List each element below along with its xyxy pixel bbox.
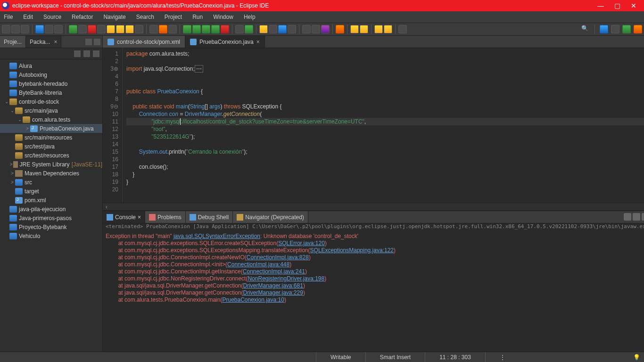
step-into-icon[interactable] [107,25,115,33]
open-type-icon[interactable] [259,25,268,33]
external-tools-icon[interactable] [221,25,229,33]
tree-item[interactable]: ⌄control-de-stock [0,97,102,106]
menu-run[interactable]: Run [192,14,203,20]
link-editor-icon[interactable] [83,50,90,57]
debug-icon[interactable] [183,25,191,33]
menu-source[interactable]: Source [43,14,61,20]
stack-link[interactable]: NonRegisteringDriver.java:198 [248,275,324,282]
stack-link[interactable]: DriverManager.java:229 [243,289,303,296]
menu-window[interactable]: Window [213,14,233,20]
tab-problems[interactable]: Problems [145,211,186,223]
stack-link[interactable]: DriverManager.java:681 [243,282,303,289]
save-icon[interactable] [11,25,20,33]
tree-item[interactable]: src/test/resources [0,151,102,160]
new-icon[interactable] [2,25,10,33]
perspective-icon[interactable] [611,25,619,33]
editor-tab-prueba[interactable]: PruebaConexion.java× [185,36,265,48]
tree-item[interactable]: Java-primeros-pasos [0,214,102,222]
tree-item[interactable]: >Maven Dependencies [0,169,102,178]
close-icon[interactable]: × [256,39,260,45]
horizontal-scrollbar[interactable]: ‹› [103,203,644,210]
tool-icon[interactable] [321,25,330,33]
stack-link[interactable]: SQLExceptionsMapping.java:122 [310,247,394,254]
tab-project-explorer[interactable]: Proje... [0,36,26,48]
stop-icon[interactable] [88,25,96,33]
stack-link[interactable]: java.sql.SQLSyntaxErrorException [173,233,260,239]
tool-icon[interactable] [35,25,44,33]
perspective-java-icon[interactable] [622,25,631,33]
tree-item[interactable]: src/main/resources [0,133,102,142]
tool-icon[interactable] [336,25,344,33]
close-button[interactable]: ✕ [631,2,636,9]
save-all-icon[interactable] [21,25,29,33]
editor-tab-pom[interactable]: control-de-stock/pom.xml [103,36,185,48]
pause-icon[interactable] [78,25,87,33]
tool-icon[interactable] [45,25,53,33]
minimize-button[interactable]: — [597,2,604,9]
new-class-icon[interactable] [245,25,253,33]
coverage-icon[interactable] [202,25,210,33]
tree-item[interactable]: Proyecto-Bytebank [0,222,102,231]
tree-item[interactable]: >src [0,178,102,187]
tool-icon[interactable] [54,25,63,33]
forward-icon[interactable] [360,25,368,33]
back-icon[interactable] [350,25,359,33]
code-body[interactable]: package com.alura.tests; import java.sql… [123,48,644,203]
tree-item[interactable]: bytebank-heredado [0,79,102,88]
perspective-debug-icon[interactable] [634,25,642,33]
tab-console[interactable]: Console× [103,211,145,223]
tree-item[interactable]: ⌄com.alura.tests [0,115,102,124]
new-package-icon[interactable] [235,25,244,33]
menu-edit[interactable]: Edit [23,14,33,20]
menu-project[interactable]: Project [165,14,182,20]
search-icon[interactable] [288,25,296,33]
tree-item[interactable]: >PruebaConexion.java [0,124,102,133]
tree-item[interactable]: target [0,187,102,196]
stack-link[interactable]: ConnectionImpl.java:828 [247,254,309,261]
tip-icon[interactable]: 💡 [629,354,644,361]
tree-item[interactable]: >JRE System Library [JavaSE-11] [0,160,102,169]
prev-edit-icon[interactable] [374,25,383,33]
run-icon[interactable] [192,25,201,33]
stack-link[interactable]: ConnectionImpl.java:241 [243,268,305,275]
tool-icon[interactable] [149,25,158,33]
tab-navigator[interactable]: Navigator (Deprecated) [233,211,308,223]
tab-debug-shell[interactable]: Debug Shell [186,211,233,223]
tree-item[interactable]: ByteBank-libreria [0,88,102,97]
code-editor[interactable]: 123⊕46789⊖1011121314151617181920 package… [103,48,644,203]
maximize-view-icon[interactable] [94,39,100,45]
disconnect-icon[interactable] [97,25,106,33]
close-icon[interactable]: × [138,214,141,221]
menu-refactor[interactable]: Refactor [72,14,93,20]
remove-launch-icon[interactable] [633,213,640,221]
maximize-button[interactable]: ▢ [614,2,620,9]
menu-search[interactable]: Search [136,14,154,20]
menu-navigate[interactable]: Navigate [103,14,125,20]
collapse-all-icon[interactable] [74,50,81,57]
search-button-icon[interactable]: 🔍 [581,25,590,33]
stack-link[interactable]: ConnectionImpl.java:448 [227,261,289,268]
tool-icon[interactable] [302,25,311,33]
console-output[interactable]: Exception in thread "main" java.sql.SQLS… [103,232,644,352]
stack-link[interactable]: SQLError.java:120 [278,240,325,247]
step-over-icon[interactable] [116,25,124,33]
terminate-icon[interactable] [624,213,631,221]
tool-icon[interactable] [269,25,277,33]
step-return-icon[interactable] [125,25,134,33]
close-icon[interactable]: × [54,39,57,45]
tree-item[interactable]: Vehiculo [0,231,102,240]
tab-package-explorer[interactable]: Packa...× [26,36,61,48]
next-edit-icon[interactable] [384,25,392,33]
remove-all-icon[interactable] [642,213,644,221]
tool-icon[interactable] [159,25,167,33]
tool-icon[interactable] [278,25,287,33]
view-menu-icon[interactable] [93,50,99,57]
tree-item[interactable]: src/test/java [0,142,102,151]
tree-item[interactable]: Alura [0,61,102,70]
tree-item[interactable]: ⌄src/main/java [0,106,102,115]
menu-file[interactable]: File [4,14,13,20]
menu-help[interactable]: Help [244,14,256,20]
tree-item[interactable]: pom.xml [0,196,102,205]
resume-icon[interactable] [69,25,77,33]
perspective-icon[interactable] [600,25,608,33]
